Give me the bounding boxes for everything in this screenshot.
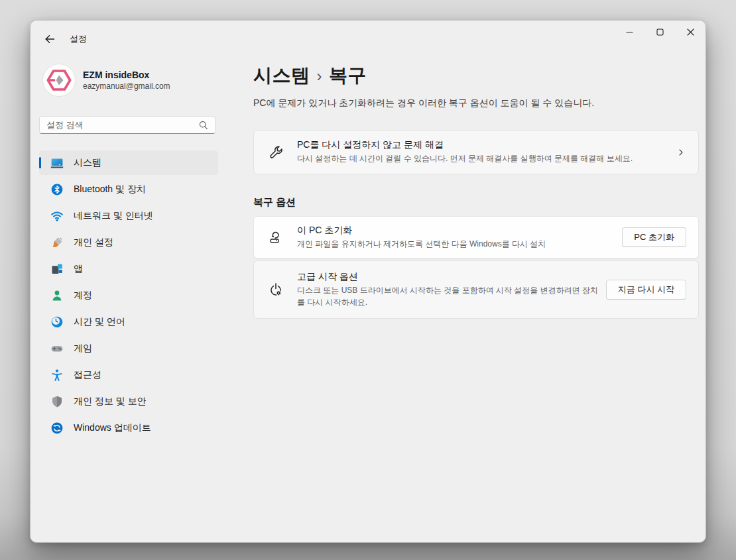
reset-pc-subtitle: 개인 파일을 유지하거나 제거하도록 선택한 다음 Windows를 다시 설치 — [297, 239, 622, 250]
personalization-icon — [50, 236, 64, 249]
sidebar-item-label: Windows 업데이트 — [74, 422, 151, 434]
account-email: eazymanual@gmail.com — [83, 82, 170, 91]
close-button[interactable] — [675, 21, 705, 44]
windows-update-icon — [50, 421, 64, 435]
sidebar-item-label: 네트워크 및 인터넷 — [74, 210, 153, 222]
account-name: EZM insideBox — [83, 70, 170, 80]
maximize-button[interactable] — [644, 21, 675, 44]
sidebar-item-label: 앱 — [74, 263, 83, 275]
chevron-right-icon — [676, 147, 686, 158]
advanced-startup-subtitle: 디스크 또는 USB 드라이브에서 시작하는 것을 포함하여 시작 설정을 변경… — [297, 285, 606, 308]
sidebar-item-label: 계정 — [74, 290, 92, 302]
ezm-logo-icon — [45, 66, 73, 94]
sidebar-item-network-internet[interactable]: 네트워크 및 인터넷 — [39, 203, 218, 228]
bluetooth-icon — [50, 183, 64, 196]
reset-pc-card: 이 PC 초기화 개인 파일을 유지하거나 제거하도록 선택한 다음 Windo… — [253, 216, 699, 258]
minimize-button[interactable] — [614, 21, 644, 44]
back-arrow-icon — [44, 34, 55, 44]
apps-icon — [50, 262, 64, 276]
sidebar-item-time-language[interactable]: 시간 및 언어 — [39, 309, 218, 334]
reset-pc-title: 이 PC 초기화 — [297, 225, 622, 237]
privacy-icon — [50, 395, 64, 408]
page-title: 복구 — [329, 65, 367, 85]
sidebar-item-system[interactable]: 시스템 — [39, 150, 218, 175]
advanced-startup-icon — [268, 282, 284, 298]
sidebar-item-apps[interactable]: 앱 — [39, 256, 218, 281]
sidebar-item-gaming[interactable]: 게임 — [39, 336, 218, 361]
window-title: 설정 — [70, 33, 87, 45]
restart-now-button[interactable]: 지금 다시 시작 — [606, 280, 686, 300]
breadcrumb-separator: › — [317, 67, 323, 85]
search-icon — [199, 121, 208, 130]
troubleshoot-card[interactable]: PC를 다시 설정하지 않고 문제 해결 다시 설정하는 데 시간이 걸릴 수 … — [253, 130, 699, 174]
titlebar: 설정 — [31, 21, 705, 58]
breadcrumb: 시스템›복구 — [253, 63, 699, 88]
sidebar-item-label: 시스템 — [74, 157, 101, 169]
maximize-icon — [656, 28, 664, 36]
main-content: 시스템›복구 PC에 문제가 있거나 초기화하려는 경우 이러한 복구 옵션이 … — [227, 58, 705, 542]
sidebar-item-bluetooth-devices[interactable]: Bluetooth 및 장치 — [39, 177, 218, 201]
advanced-startup-title: 고급 시작 옵션 — [297, 271, 606, 283]
wrench-icon — [268, 144, 284, 160]
accounts-icon — [50, 289, 64, 302]
window-controls — [614, 21, 705, 44]
sidebar-item-windows-update[interactable]: Windows 업데이트 — [39, 416, 218, 440]
reset-pc-button[interactable]: PC 초기화 — [622, 227, 686, 247]
troubleshoot-subtitle: 다시 설정하는 데 시간이 걸릴 수 있습니다. 먼저 문제 해결사를 실행하여… — [297, 153, 668, 164]
sidebar-item-label: 접근성 — [74, 369, 101, 381]
sidebar-item-privacy-security[interactable]: 개인 정보 및 보안 — [39, 389, 218, 414]
sidebar-item-personalization[interactable]: 개인 설정 — [39, 230, 218, 254]
sidebar-item-label: 개인 정보 및 보안 — [74, 396, 147, 408]
sidebar-item-label: 개인 설정 — [74, 237, 113, 249]
sidebar-item-accounts[interactable]: 계정 — [39, 283, 218, 308]
troubleshoot-title: PC를 다시 설정하지 않고 문제 해결 — [297, 139, 668, 151]
sidebar: EZM insideBox eazymanual@gmail.com — [31, 58, 227, 542]
minimize-icon — [626, 28, 633, 36]
section-title-recovery-options: 복구 옵션 — [253, 196, 699, 209]
reset-pc-icon — [268, 229, 284, 245]
search-input[interactable] — [46, 120, 199, 130]
gaming-icon — [50, 342, 64, 355]
sidebar-item-label: 게임 — [74, 343, 92, 355]
account-block[interactable]: EZM insideBox eazymanual@gmail.com — [39, 64, 227, 96]
accessibility-icon — [50, 368, 64, 382]
advanced-startup-card: 고급 시작 옵션 디스크 또는 USB 드라이브에서 시작하는 것을 포함하여 … — [253, 260, 699, 319]
back-button[interactable] — [39, 28, 60, 50]
avatar — [43, 64, 75, 96]
settings-window: 설정 — [30, 20, 706, 543]
time-language-icon — [50, 315, 64, 329]
sidebar-item-label: 시간 및 언어 — [74, 316, 125, 328]
sidebar-nav: 시스템 Bluetooth 및 장치 — [39, 150, 227, 440]
search-box[interactable] — [39, 116, 215, 134]
page-description: PC에 문제가 있거나 초기화하려는 경우 이러한 복구 옵션이 도움이 될 수… — [253, 97, 699, 109]
breadcrumb-parent[interactable]: 시스템 — [253, 65, 310, 85]
system-icon — [50, 156, 64, 170]
close-icon — [687, 28, 694, 36]
network-icon — [50, 209, 64, 223]
sidebar-item-accessibility[interactable]: 접근성 — [39, 363, 218, 387]
sidebar-item-label: Bluetooth 및 장치 — [74, 184, 146, 196]
